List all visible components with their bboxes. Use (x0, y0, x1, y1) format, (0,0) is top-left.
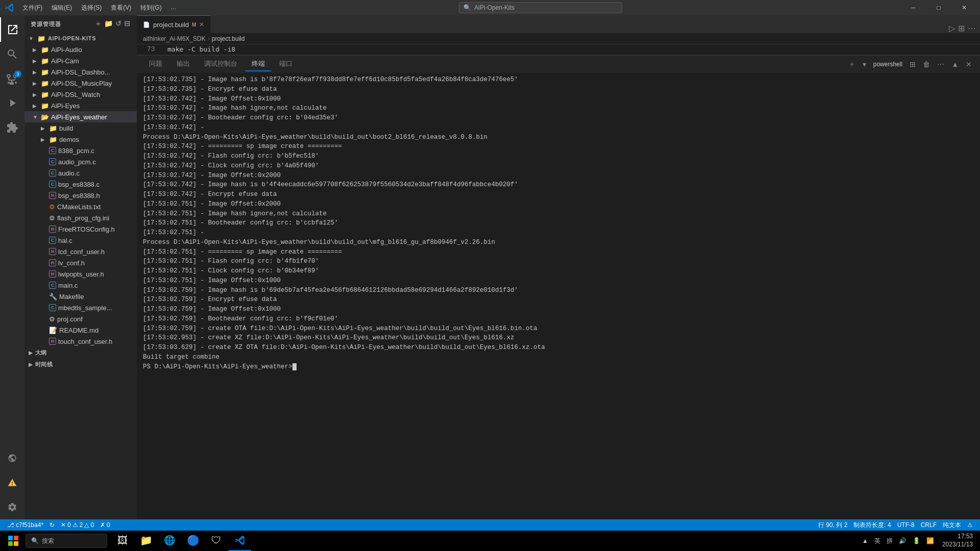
global-search-box[interactable]: 🔍 AiPi-Open-Kits (459, 2, 622, 13)
status-test[interactable]: ✗ 0 (97, 519, 113, 531)
tree-item[interactable]: Htouch_conf_user.h (24, 336, 137, 347)
network-icon[interactable]: 📶 (924, 537, 936, 544)
start-button[interactable] (3, 531, 23, 551)
new-folder-icon[interactable]: 📁 (104, 19, 113, 29)
activity-extensions[interactable] (0, 115, 24, 140)
panel-maximize-icon[interactable]: ▲ (949, 59, 961, 69)
status-sync[interactable]: ↻ (46, 519, 58, 531)
taskbar-explorer-app[interactable]: 📁 (135, 531, 157, 551)
powershell-label[interactable]: powershell (871, 60, 904, 69)
tree-item[interactable]: ▶📁demos (24, 134, 137, 145)
tree-root[interactable]: ▼ 📁 AIPI-OPEN-KITS (24, 33, 137, 44)
tree-item[interactable]: ⚙flash_prog_cfg.ini (24, 212, 137, 223)
breadcrumb-sdk[interactable]: aithinker_Ai-M6X_SDK (143, 35, 206, 42)
status-tab-size[interactable]: 制表符长度: 4 (850, 519, 894, 531)
more-actions-icon[interactable]: ⋯ (968, 23, 976, 33)
terminal-dropdown-icon[interactable]: ▾ (861, 59, 868, 69)
tree-item[interactable]: ▼📂AiPi-Eyes_weather (24, 111, 137, 122)
tree-item[interactable]: Hlwipopts_user.h (24, 268, 137, 280)
show-hidden-icon[interactable]: ▲ (860, 537, 870, 544)
tree-item[interactable]: ▶📁AiPi-Cam (24, 55, 137, 66)
kill-terminal-icon[interactable]: 🗑 (921, 59, 932, 69)
timeline-section[interactable]: ▶ 时间线 (24, 359, 137, 370)
split-editor-icon[interactable]: ⊞ (958, 23, 965, 33)
status-encoding[interactable]: UTF-8 (894, 519, 918, 531)
panel-tab-debug-console[interactable]: 调试控制台 (198, 57, 243, 71)
tree-item[interactable]: C8388_pcm.c (24, 145, 137, 156)
tree-item[interactable]: Cmain.c (24, 280, 137, 291)
tree-item[interactable]: ▶📁AiPi-DSL_Watch (24, 89, 137, 100)
panel-tab-problems[interactable]: 问题 (143, 57, 168, 71)
taskbar-search[interactable]: 🔍 搜索 (26, 534, 107, 548)
taskbar-antivirus-app[interactable]: 🛡 (205, 531, 228, 551)
activity-settings[interactable] (0, 495, 24, 519)
tree-item[interactable]: ⚙proj.conf (24, 313, 137, 324)
tree-item[interactable]: 🔧Makefile (24, 291, 137, 302)
menu-edit[interactable]: 编辑(E) (47, 3, 76, 13)
menu-file[interactable]: 文件(F) (18, 3, 46, 13)
menu-goto[interactable]: 转到(G) (136, 3, 165, 13)
split-terminal-icon[interactable]: ⊞ (908, 59, 918, 69)
battery-icon[interactable]: 🔋 (911, 537, 922, 544)
terminal-more-icon[interactable]: ⋯ (935, 59, 946, 69)
status-errors[interactable]: ✕ 0 ⚠ 2 △ 0 (58, 519, 97, 531)
tree-item[interactable]: Hbsp_es8388.h (24, 190, 137, 201)
taskbar-vscode-app[interactable] (229, 531, 251, 551)
taskbar-edge-app[interactable]: 🌐 (158, 531, 181, 551)
panel-tab-terminal[interactable]: 终端 (246, 57, 271, 71)
tree-item[interactable]: ▶📁AiPi-Eyes (24, 100, 137, 111)
close-button[interactable]: ✕ (952, 0, 976, 15)
tree-item[interactable]: Cbsp_es8388.c (24, 179, 137, 190)
tree-item[interactable]: Caudio_pcm.c (24, 156, 137, 167)
volume-icon[interactable]: 🔊 (897, 537, 909, 544)
terminal-output[interactable]: [17:53:02.735] - Image hash is b'8f7e78f… (137, 73, 980, 519)
input-method-pinyin-icon[interactable]: 拼 (885, 537, 895, 545)
refresh-icon[interactable]: ↺ (115, 19, 122, 29)
panel-tab-output[interactable]: 输出 (170, 57, 196, 71)
new-terminal-icon[interactable]: ＋ (846, 59, 857, 70)
run-icon[interactable]: ▷ (949, 23, 955, 33)
outline-section[interactable]: ▶ 大纲 (24, 347, 137, 359)
tree-item[interactable]: ▶📁AiPi-DSL_Dashbo... (24, 66, 137, 78)
status-line-ending[interactable]: CRLF (918, 519, 940, 531)
status-position[interactable]: 行 90, 列 2 (815, 519, 850, 531)
tree-item[interactable]: 📝README.md (24, 324, 137, 336)
taskbar-teams-app[interactable]: 🔵 (182, 531, 204, 551)
panel-tab-ports[interactable]: 端口 (273, 57, 299, 71)
taskbar-wallpaper-app[interactable]: 🖼 (111, 531, 134, 551)
timeline-arrow-icon: ▶ (29, 362, 33, 367)
maximize-button[interactable]: □ (927, 0, 950, 15)
input-method-icon[interactable]: 英 (872, 537, 883, 545)
tree-item[interactable]: ⚙CMakeLists.txt (24, 201, 137, 212)
activity-search[interactable] (0, 42, 24, 66)
new-file-icon[interactable]: ＋ (94, 19, 102, 29)
tree-item[interactable]: Hlcd_conf_user.h (24, 246, 137, 257)
collapse-icon[interactable]: ⊟ (124, 19, 131, 29)
menu-more[interactable]: ... (167, 3, 180, 13)
editor-tab-project-build[interactable]: 📄 project.build M ✕ (137, 15, 211, 33)
tree-item[interactable]: Hlv_conf.h (24, 257, 137, 268)
tree-item[interactable]: ▶📁AiPi-DSL_MusicPlay (24, 78, 137, 89)
activity-source-control[interactable]: 3 (0, 66, 24, 91)
panel-close-icon[interactable]: ✕ (964, 59, 974, 69)
tree-item[interactable]: Caudio.c (24, 167, 137, 179)
status-branch[interactable]: ⎇ c7f51ba4* (4, 519, 46, 531)
tree-item[interactable]: Cmbedtls_sample... (24, 302, 137, 313)
activity-explorer[interactable] (0, 17, 24, 42)
tree-item[interactable]: HFreeRTOSConfig.h (24, 223, 137, 235)
activity-errors[interactable] (0, 470, 24, 495)
menu-view[interactable]: 查看(V) (107, 3, 135, 13)
breadcrumb-file[interactable]: project.build (212, 35, 245, 42)
tab-close-button[interactable]: ✕ (199, 21, 204, 28)
activity-remote[interactable] (0, 446, 24, 470)
tree-item[interactable]: ▶📁AiPi-Audio (24, 44, 137, 55)
taskbar-clock[interactable]: 17:53 2023/11/13 (938, 533, 977, 548)
activity-run[interactable] (0, 91, 24, 115)
status-notification[interactable]: ⚠ (964, 519, 976, 531)
tree-item[interactable]: ▶📁build (24, 122, 137, 134)
tree-item[interactable]: Chal.c (24, 235, 137, 246)
minimize-button[interactable]: ─ (901, 0, 925, 15)
menu-select[interactable]: 选择(S) (77, 3, 106, 13)
status-language[interactable]: 纯文本 (940, 519, 964, 531)
terminal-line: PS D:\AiPi-Open-Kits\AiPi-Eyes_weather> (143, 362, 974, 372)
